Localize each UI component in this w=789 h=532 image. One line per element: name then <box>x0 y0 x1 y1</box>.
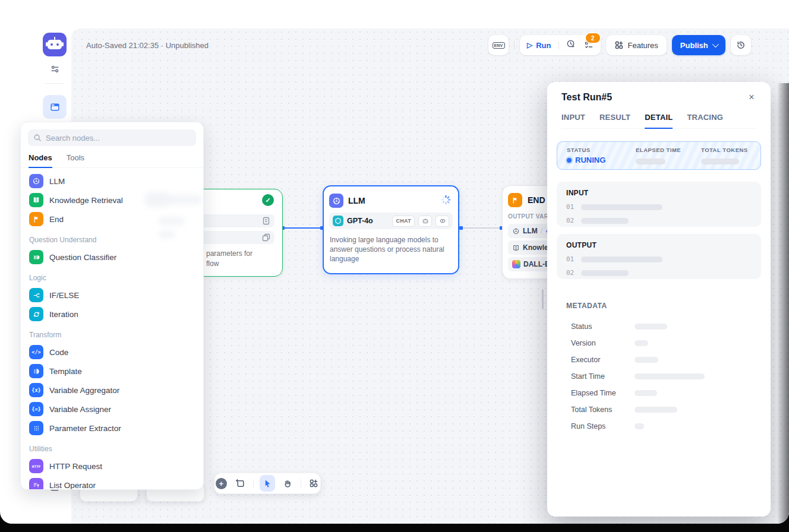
elapsed-time-placeholder <box>636 159 665 164</box>
node-item-variable-assigner[interactable]: {=} Variable Assigner <box>24 400 200 419</box>
metadata-row: Start Time <box>571 368 756 385</box>
edge-start-to-llm <box>282 227 323 229</box>
node-item-http-request[interactable]: HTTP HTTP Request <box>24 457 200 476</box>
llm-icon <box>29 174 43 188</box>
edge-llm-to-end <box>460 227 502 229</box>
if-else-icon <box>29 288 43 302</box>
input-placeholder <box>581 218 629 224</box>
variable-assigner-icon: {=} <box>29 402 43 416</box>
app-robot-icon[interactable] <box>43 33 67 56</box>
run-history-button[interactable] <box>566 39 576 51</box>
paragraph-field-icon <box>261 216 271 226</box>
input-placeholder <box>581 204 662 210</box>
sliders-settings-icon[interactable] <box>48 62 62 76</box>
success-check-icon: ✓ <box>262 194 274 206</box>
node-item-knowledge-retrieval[interactable]: Knowledge Retrieval <box>24 191 200 210</box>
input-label: INPUT <box>566 189 752 197</box>
hand-tool-button[interactable] <box>281 476 294 490</box>
status-label: STATUS <box>567 147 636 153</box>
add-note-button[interactable] <box>233 476 247 490</box>
total-tokens-placeholder <box>701 159 739 164</box>
variable-aggregator-icon: {x} <box>29 383 43 397</box>
metadata-row: Run Steps <box>571 418 756 435</box>
features-button[interactable]: Features <box>606 35 667 55</box>
window-icon <box>49 102 61 113</box>
elapsed-time-label: ELAPSED TIME <box>636 147 701 153</box>
model-selector[interactable]: GPT-4o CHAT <box>329 213 453 229</box>
clock-play-icon <box>566 39 576 49</box>
section-utilities: Utilities <box>24 438 200 457</box>
canvas-scrollbar[interactable] <box>542 289 544 309</box>
node-item-question-classifier[interactable]: Question Classifier <box>24 248 200 267</box>
env-variables-button[interactable]: ENV <box>488 35 509 55</box>
chat-mode-badge: CHAT <box>392 216 415 227</box>
status-value: RUNING <box>567 156 636 164</box>
search-input[interactable]: Search nodes... <box>28 129 196 146</box>
tab-tools[interactable]: Tools <box>67 153 84 167</box>
code-icon: </> <box>29 345 43 359</box>
node-item-llm[interactable]: LLM <box>24 172 200 191</box>
pointer-tool-button[interactable] <box>260 475 275 492</box>
knowledge-ref-icon <box>512 244 520 252</box>
node-item-variable-aggregator[interactable]: {x} Variable Aggregator <box>24 381 200 400</box>
node-item-if-else[interactable]: IF/ELSE <box>24 286 200 305</box>
input-card: INPUT 01 02 <box>557 182 761 227</box>
copy-field-icon <box>261 233 271 242</box>
node-item-template[interactable]: Template <box>24 362 200 381</box>
node-item-parameter-extractor[interactable]: Parameter Extractor <box>24 419 200 438</box>
publish-button[interactable]: Publish <box>672 35 725 55</box>
dalle-icon <box>512 260 520 268</box>
node-item-code[interactable]: </> Code <box>24 343 200 362</box>
env-icon: ENV <box>493 42 505 49</box>
add-node-button[interactable]: + <box>214 476 228 490</box>
app-window: ✓ parameters for flow LLM <box>0 0 789 524</box>
node-item-iteration[interactable]: Iteration <box>24 305 200 324</box>
play-icon: ▷ <box>527 42 532 49</box>
tab-result[interactable]: RESULT <box>599 113 630 128</box>
close-icon[interactable]: × <box>744 90 759 104</box>
template-icon <box>29 364 43 378</box>
parameter-extractor-icon <box>29 421 43 435</box>
knowledge-retrieval-icon <box>29 193 43 207</box>
run-button[interactable]: ▷ Run <box>527 41 551 50</box>
output-placeholder <box>581 256 662 262</box>
list-operator-icon <box>29 478 43 490</box>
gpt4o-model-icon <box>333 216 343 226</box>
test-run-panel: Test Run#5 × INPUT RESULT DETAIL TRACING… <box>547 82 771 517</box>
output-label: OUTPUT <box>566 241 752 249</box>
section-question-understand: Question Understand <box>24 229 200 248</box>
metadata-label: METADATA <box>566 302 607 310</box>
total-tokens-label: TOTAL TOKENS <box>701 147 748 153</box>
checklist-button[interactable]: 2 <box>584 40 594 50</box>
node-picker-panel: Search nodes... Nodes Tools LLM Knowledg… <box>20 122 204 490</box>
workflow-tab-active[interactable] <box>43 95 67 119</box>
node-item-end[interactable]: End <box>24 210 200 229</box>
section-transform: Transform <box>24 324 200 343</box>
end-flag-icon <box>29 212 43 226</box>
running-dot-icon <box>567 158 572 163</box>
tab-nodes[interactable]: Nodes <box>29 153 52 168</box>
tab-input[interactable]: INPUT <box>561 113 585 128</box>
node-item-list-operator[interactable]: List Operator <box>24 476 200 490</box>
tab-detail[interactable]: DETAIL <box>645 113 673 129</box>
metadata-row: Elapsed Time <box>571 385 756 401</box>
metadata-row: Executor <box>571 352 756 368</box>
question-classifier-icon <box>29 250 43 264</box>
llm-node[interactable]: LLM GPT-4o CHAT <box>323 185 459 274</box>
version-history-button[interactable] <box>731 35 751 55</box>
vision-robot-badge <box>418 216 432 227</box>
llm-node-description: Invoking large language models to answer… <box>330 235 453 264</box>
canvas-toolbar: + <box>214 473 321 494</box>
panel-title: Test Run#5 <box>561 92 612 103</box>
autosave-status: Auto-Saved 21:02:35 · Unpublished <box>86 41 209 50</box>
tab-tracing[interactable]: TRACING <box>687 113 723 128</box>
llm-icon <box>329 194 343 208</box>
organize-layout-button[interactable] <box>307 476 320 490</box>
vision-eye-badge <box>435 216 449 227</box>
checklist-count-badge: 2 <box>586 33 600 43</box>
output-card: OUTPUT 01 02 <box>557 234 761 279</box>
section-logic: Logic <box>24 267 200 286</box>
llm-ref-icon <box>512 227 520 235</box>
metadata-row: Total Tokens <box>571 401 756 418</box>
output-placeholder <box>581 270 629 276</box>
